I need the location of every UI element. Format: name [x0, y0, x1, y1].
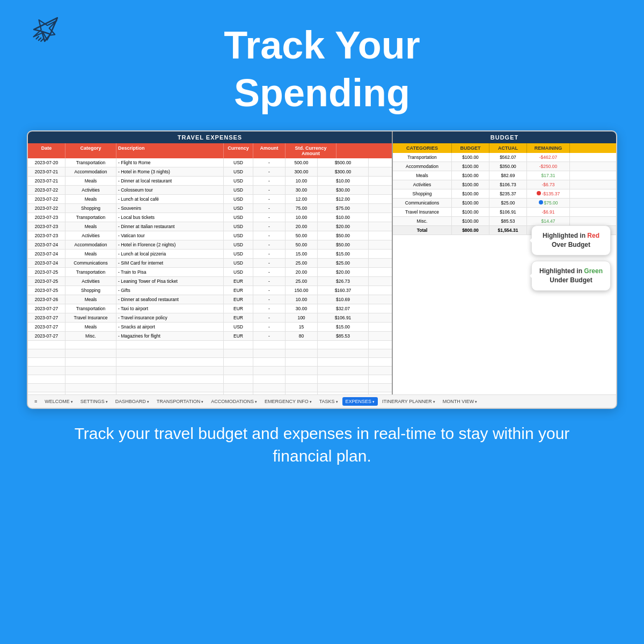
expense-date: 2023-07-23	[28, 222, 65, 231]
expense-std-amount: $26.73	[318, 277, 369, 286]
hamburger-menu[interactable]: ≡	[31, 397, 40, 406]
expense-amount: 50.00	[286, 240, 318, 249]
expense-description: - Snacks at airport	[116, 323, 224, 331]
expense-std-amount: $20.00	[318, 222, 369, 231]
expense-category: Meals	[65, 295, 116, 304]
expense-row: 2023-07-25 Shopping - Gifts EUR - 150.00…	[28, 286, 392, 295]
tab-itinerary-planner[interactable]: ITINERARY PLANNER ▾	[379, 397, 438, 406]
tab-transportation[interactable]: TRANSPORTATION ▾	[153, 397, 207, 406]
expense-data-rows: 2023-07-20 Transportation - Flight to Ro…	[28, 158, 392, 394]
expense-row: 2023-07-27 Travel Insurance - Travel ins…	[28, 313, 392, 323]
expense-currency: USD	[224, 259, 253, 267]
budget-actual: $25.00	[489, 199, 527, 207]
expense-std-amount: $15.00	[318, 250, 369, 258]
budget-category: Travel Insurance	[393, 208, 452, 216]
expense-std-amount: $500.00	[318, 158, 369, 167]
expense-amount: 10.00	[286, 295, 318, 304]
expense-std-amount: $106.91	[318, 313, 369, 322]
expense-currency: EUR	[224, 286, 253, 295]
expense-std-amount: $20.00	[318, 268, 369, 276]
empty-row	[28, 384, 392, 392]
expense-date: 2023-07-23	[28, 231, 65, 240]
callout-over-budget: Highlighted in Red Over Budget	[531, 225, 611, 255]
budget-remaining: -$250.00	[527, 162, 570, 171]
expense-dash: -	[253, 177, 286, 185]
budget-actual: $350.00	[489, 162, 527, 171]
budget-amount: $100.00	[452, 180, 489, 189]
tab-accomodations[interactable]: ACCOMODATIONS ▾	[208, 397, 260, 406]
expense-category: Activities	[65, 186, 116, 194]
expense-category: Activities	[65, 277, 116, 286]
expense-currency: EUR	[224, 332, 253, 340]
expense-category: Shopping	[65, 204, 116, 213]
expense-description: - Gifts	[116, 286, 224, 295]
expense-row: 2023-07-25 Transportation - Train to Pis…	[28, 268, 392, 277]
expense-amount: 10.00	[286, 177, 318, 185]
dot-red	[537, 191, 541, 195]
budget-remaining: -$6.91	[527, 208, 570, 216]
expense-row: 2023-07-22 Meals - Lunch at local café U…	[28, 195, 392, 204]
tab-welcome[interactable]: WELCOME ▾	[41, 397, 76, 406]
expense-currency: USD	[224, 222, 253, 231]
expense-date: 2023-07-27	[28, 323, 65, 331]
empty-row	[28, 349, 392, 358]
tab-tasks[interactable]: TASKS ▾	[316, 397, 341, 406]
expense-category: Shopping	[65, 286, 116, 295]
budget-category: Misc.	[393, 217, 452, 225]
expense-amount: 25.00	[286, 259, 318, 267]
expense-currency: USD	[224, 167, 253, 176]
col-date: Date	[28, 143, 65, 158]
budget-column-headers: CATEGORIES BUDGET ACTUAL REMAINING	[393, 143, 616, 153]
expense-amount: 20.00	[286, 222, 318, 231]
expense-dash: -	[253, 323, 286, 331]
budget-remaining: $17.31	[527, 171, 570, 180]
budget-amount: $100.00	[452, 199, 489, 207]
expense-date: 2023-07-27	[28, 332, 65, 340]
expense-amount: 75.00	[286, 204, 318, 213]
tab-month-view[interactable]: MONTH VIEW ▾	[440, 397, 480, 406]
budget-amount: $100.00	[452, 171, 489, 180]
empty-row	[28, 375, 392, 384]
expense-dash: -	[253, 195, 286, 203]
expense-std-amount: $12.00	[318, 195, 369, 203]
bcol-categories: CATEGORIES	[393, 143, 452, 153]
expense-date: 2023-07-20	[28, 158, 65, 167]
budget-actual: $106.91	[489, 208, 527, 216]
expense-row: 2023-07-27 Transportation - Taxi to airp…	[28, 304, 392, 313]
expense-std-amount: $25.00	[318, 259, 369, 267]
expense-currency: USD	[224, 195, 253, 203]
budget-row: Travel Insurance $100.00 $106.91 -$6.91	[393, 208, 616, 217]
expense-currency: USD	[224, 213, 253, 222]
tab-emergency-info[interactable]: EMERGENCY INFO ▾	[261, 397, 315, 406]
travel-expenses-header: TRAVEL EXPENSES	[28, 131, 392, 143]
empty-row	[28, 367, 392, 375]
expense-row: 2023-07-24 Meals - Lunch at local pizzer…	[28, 250, 392, 259]
tab-expenses[interactable]: EXPENSES ▾	[342, 397, 378, 406]
expense-category: Meals	[65, 323, 116, 331]
expense-description: - Dinner at local restaurant	[116, 177, 224, 185]
expense-category: Meals	[65, 250, 116, 258]
spreadsheet-container: TRAVEL EXPENSES Date Category Descriptio…	[27, 130, 617, 409]
expense-dash: -	[253, 222, 286, 231]
expense-date: 2023-07-24	[28, 240, 65, 249]
expense-category: Misc.	[65, 332, 116, 340]
expense-description: - Hotel in Florence (2 nights)	[116, 240, 224, 249]
expense-currency: EUR	[224, 295, 253, 304]
expense-category: Activities	[65, 231, 116, 240]
budget-amount: $100.00	[452, 189, 489, 198]
expense-currency: USD	[224, 186, 253, 194]
tab-settings[interactable]: SETTINGS ▾	[77, 397, 111, 406]
expense-description: - Colosseum tour	[116, 186, 224, 194]
tab-dashboard[interactable]: DASHBOARD ▾	[112, 397, 152, 406]
expense-category: Transportation	[65, 268, 116, 276]
expense-amount: 20.00	[286, 268, 318, 276]
expense-std-amount: $15.00	[318, 323, 369, 331]
expense-amount: 50.00	[286, 231, 318, 240]
col-category: Category	[65, 143, 116, 158]
expense-row: 2023-07-20 Transportation - Flight to Ro…	[28, 158, 392, 167]
expense-category: Travel Insurance	[65, 313, 116, 322]
expense-row: 2023-07-27 Misc. - Magazines for flight …	[28, 332, 392, 341]
budget-category: Total	[393, 226, 452, 235]
budget-actual: $562.07	[489, 153, 527, 162]
budget-category: Meals	[393, 171, 452, 180]
